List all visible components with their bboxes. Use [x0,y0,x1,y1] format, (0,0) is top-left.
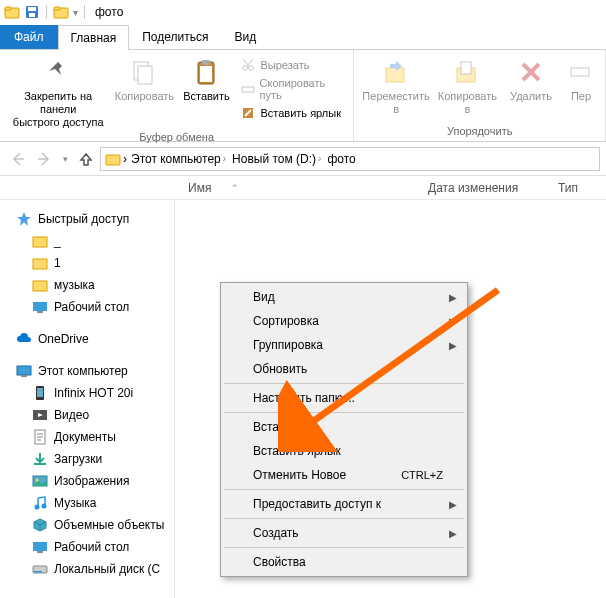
ctx-properties[interactable]: Свойства [223,550,465,574]
download-icon [32,451,48,467]
svg-rect-14 [242,87,254,92]
cut-label: Вырезать [260,59,309,71]
delete-button[interactable]: Удалить [503,54,559,105]
tree-pictures[interactable]: Изображения [0,470,174,492]
svg-rect-16 [386,68,404,82]
picture-icon [32,473,48,489]
tree-folder-dash[interactable]: _ [0,230,174,252]
tree-downloads[interactable]: Загрузки [0,448,174,470]
ctx-new[interactable]: Создать▶ [223,521,465,545]
chevron-right-icon: ▶ [449,316,457,327]
svg-rect-10 [200,66,212,82]
ctx-pasteshortcut[interactable]: Вставить ярлык [223,439,465,463]
forward-button[interactable] [32,147,56,171]
svg-rect-26 [17,366,31,375]
rename-button[interactable]: Пер [563,54,599,105]
tree-3dobjects[interactable]: Объемные объекты [0,514,174,536]
svg-rect-36 [33,542,47,551]
tab-file[interactable]: Файл [0,25,58,49]
svg-rect-23 [33,281,47,291]
col-date[interactable]: Дата изменения [420,181,550,195]
ctx-sort[interactable]: Сортировка▶ [223,309,465,333]
svg-rect-25 [37,311,43,313]
nav-bar: ▾ › Этот компьютер› Новый том (D:)› фото [0,142,606,176]
tree-quickaccess[interactable]: Быстрый доступ [0,208,174,230]
folder-icon [32,277,48,293]
paste-button[interactable]: Вставить [178,54,234,105]
tree-infinix[interactable]: Infinix HOT 20i [0,382,174,404]
copypath-button[interactable]: Скопировать путь [238,76,347,102]
crumb-folder[interactable]: фото [325,152,357,166]
tab-share[interactable]: Поделиться [129,24,221,49]
ctx-customize[interactable]: Настроить папку... [223,386,465,410]
copyto-button[interactable]: Копировать в [436,54,499,118]
ctx-giveaccess[interactable]: Предоставить доступ к▶ [223,492,465,516]
nav-tree: Быстрый доступ _ 1 музыка Рабочий стол O… [0,200,175,598]
tab-home[interactable]: Главная [58,25,130,50]
svg-point-35 [42,504,47,509]
ctx-view[interactable]: Вид▶ [223,285,465,309]
dropdown-icon[interactable]: ▾ [73,7,78,18]
desktop-icon [32,299,48,315]
address-bar[interactable]: › Этот компьютер› Новый том (D:)› фото [100,147,600,171]
ctx-undo[interactable]: Отменить НовоеCTRL+Z [223,463,465,487]
sep [84,5,85,19]
up-button[interactable] [74,147,98,171]
menu-separator [224,383,464,384]
pin-button[interactable]: Закрепить на панели быстрого доступа [6,54,110,131]
ctx-refresh[interactable]: Обновить [223,357,465,381]
moveto-label: Переместить в [362,90,429,116]
cut-button[interactable]: Вырезать [238,56,347,74]
crumb-drive[interactable]: Новый том (D:)› [230,152,323,166]
svg-rect-3 [28,7,36,11]
copyto-icon [451,56,483,88]
copy-button[interactable]: Копировать [114,54,174,105]
chevron-icon[interactable]: › [123,152,127,166]
tree-documents[interactable]: Документы [0,426,174,448]
save-icon[interactable] [24,4,40,20]
crumb-pc[interactable]: Этот компьютер› [129,152,228,166]
menu-separator [224,412,464,413]
folder-icon [105,151,121,167]
phone-icon [32,385,48,401]
menu-separator [224,518,464,519]
recent-dropdown[interactable]: ▾ [58,147,72,171]
svg-point-13 [249,66,254,71]
svg-rect-18 [461,62,471,74]
back-button[interactable] [6,147,30,171]
cube-icon [32,517,48,533]
drive-icon [32,561,48,577]
folder-icon [53,4,69,20]
pc-icon [16,363,32,379]
shortcut-icon [240,105,256,121]
desktop-icon [32,539,48,555]
col-type[interactable]: Тип [550,181,586,195]
copyto-label: Копировать в [438,90,497,116]
pasteshortcut-label: Вставить ярлык [260,107,341,119]
ctx-paste[interactable]: Вставить [223,415,465,439]
star-icon [16,211,32,227]
folder-icon [32,233,48,249]
tree-onedrive[interactable]: OneDrive [0,328,174,350]
pasteshortcut-button[interactable]: Вставить ярлык [238,104,347,122]
col-name[interactable]: Имя⌃ [180,181,420,195]
tree-localdisk[interactable]: Локальный диск (С [0,558,174,580]
tree-music[interactable]: Музыка [0,492,174,514]
tree-desktop[interactable]: Рабочий стол [0,296,174,318]
path-icon [240,81,255,97]
moveto-button[interactable]: Переместить в [360,54,431,118]
tree-desktop2[interactable]: Рабочий стол [0,536,174,558]
svg-rect-21 [33,237,47,247]
video-icon [32,407,48,423]
tree-videos[interactable]: Видео [0,404,174,426]
title-bar: ▾ фото [0,0,606,24]
document-icon [32,429,48,445]
moveto-icon [380,56,412,88]
ctx-group[interactable]: Группировка▶ [223,333,465,357]
tree-folder-1[interactable]: 1 [0,252,174,274]
tree-folder-music[interactable]: музыка [0,274,174,296]
tab-view[interactable]: Вид [221,24,269,49]
column-headers: Имя⌃ Дата изменения Тип [0,176,606,200]
tree-thispc[interactable]: Этот компьютер [0,360,174,382]
pin-icon [42,56,74,88]
